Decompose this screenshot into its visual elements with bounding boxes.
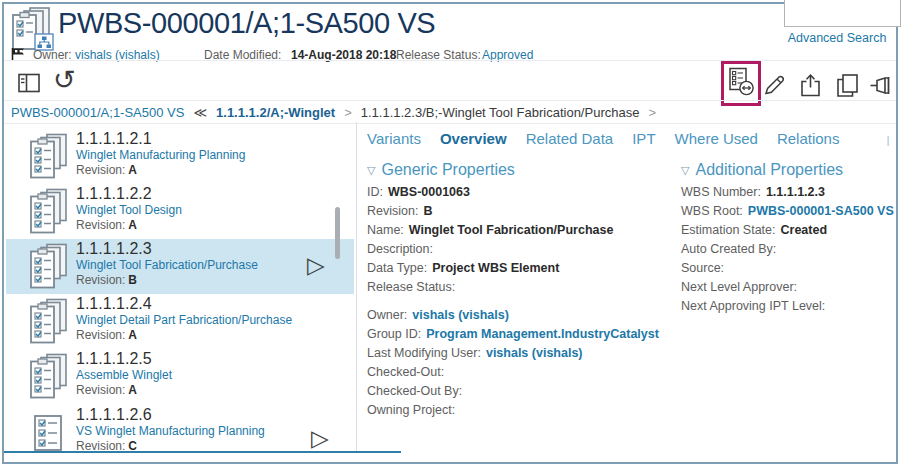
property-value: Winglet Tool Fabrication/Purchase <box>409 223 614 237</box>
revision-label: Revision: <box>76 328 125 342</box>
property-label: Data Type: <box>367 261 427 275</box>
property-row: Data Type:Project WBS Element <box>367 261 559 275</box>
share-upload-icon[interactable] <box>799 73 822 101</box>
list-item-selected[interactable]: 1.1.1.1.2.3 Winglet Tool Fabrication/Pur… <box>6 239 354 294</box>
property-label: Next Level Approver: <box>681 280 797 294</box>
revision-value: B <box>128 273 137 287</box>
wbs-flat-icon <box>33 414 63 456</box>
property-label: WBS Root: <box>681 204 743 218</box>
panel-divider <box>356 122 357 451</box>
property-row: Checked-Out: <box>367 365 449 379</box>
property-label: Revision: <box>367 204 418 218</box>
tab-variants[interactable]: Variants <box>367 130 421 147</box>
property-label: Next Approving IPT Level: <box>681 299 825 313</box>
item-number: 1.1.1.1.2.3 <box>76 240 258 258</box>
wbs-stack-icon <box>28 188 70 240</box>
search-input[interactable] <box>784 0 901 27</box>
property-label: Owner: <box>367 308 407 322</box>
property-label: Estimation State: <box>681 223 776 237</box>
property-label: Name: <box>367 223 404 237</box>
property-value-link[interactable]: vishals (vishals) <box>486 346 583 360</box>
tab-where-used[interactable]: Where Used <box>675 130 758 147</box>
property-label: Checked-Out By: <box>367 384 462 398</box>
property-row: Estimation State:Created <box>681 223 827 237</box>
property-row: Owning Project: <box>367 403 460 417</box>
wbs-sync-icon[interactable] <box>728 67 755 100</box>
wbs-stack-icon <box>28 298 70 350</box>
breadcrumb-parent[interactable]: 1.1.1.1.2/A;-Winglet <box>216 105 335 120</box>
panel-layout-icon[interactable] <box>18 73 40 97</box>
item-number: 1.1.1.1.2.4 <box>76 295 292 313</box>
item-name-link[interactable]: Winglet Manufacturing Planning <box>76 148 245 163</box>
item-name-link[interactable]: Winglet Detail Part Fabrication/Purchase <box>76 313 292 328</box>
section-title: Generic Properties <box>381 161 514 179</box>
property-row: Owner:vishals (vishals) <box>367 308 509 322</box>
list-item[interactable]: 1.1.1.1.2.1 Winglet Manufacturing Planni… <box>6 129 354 184</box>
refresh-icon[interactable] <box>53 68 76 93</box>
property-label: Auto Created By: <box>681 242 776 256</box>
property-label: ID: <box>367 185 383 199</box>
property-row: Next Approving IPT Level: <box>681 299 830 313</box>
property-row: WBS Number:1.1.1.1.2.3 <box>681 185 825 199</box>
pin-icon[interactable] <box>869 73 894 102</box>
item-number: 1.1.1.1.2.1 <box>76 130 245 148</box>
property-row: Last Modifying User:vishals (vishals) <box>367 346 583 360</box>
property-row: Group ID:Program Management.IndustryCata… <box>367 327 659 341</box>
wbs-stack-icon <box>28 353 70 405</box>
revision-label: Revision: <box>76 218 125 232</box>
property-value-link[interactable]: PWBS-000001-SA500 VS <box>748 204 894 218</box>
property-value-link[interactable]: vishals (vishals) <box>412 308 509 322</box>
property-label: Owning Project: <box>367 403 455 417</box>
tab-clipped-fragment: I <box>886 132 890 149</box>
property-label: Source: <box>681 261 724 275</box>
property-label: Checked-Out: <box>367 365 444 379</box>
wbs-stack-icon <box>28 243 70 295</box>
copy-icon[interactable] <box>835 73 860 102</box>
breadcrumb-chevron: > <box>648 105 656 120</box>
tab-relations[interactable]: Relations <box>777 130 840 147</box>
additional-properties-header[interactable]: Additional Properties <box>681 161 843 179</box>
list-item[interactable]: 1.1.1.1.2.5 Assemble Winglet Revision:A <box>6 349 354 404</box>
property-label: WBS Number: <box>681 185 761 199</box>
property-row: Source: <box>681 261 729 275</box>
property-row: Next Level Approver: <box>681 280 802 294</box>
breadcrumb-current[interactable]: 1.1.1.1.2.3/B;-Winglet Tool Fabrication/… <box>361 105 640 120</box>
page-title: PWBS-000001/A;1-SA500 VS <box>58 7 435 40</box>
property-label: Description: <box>367 242 433 256</box>
flag-icon <box>11 47 26 65</box>
breadcrumb-chevron: > <box>344 105 352 120</box>
property-value: Created <box>781 223 828 237</box>
item-number: 1.1.1.1.2.2 <box>76 185 182 203</box>
list-item[interactable]: 1.1.1.1.2.4 Winglet Detail Part Fabricat… <box>6 294 354 349</box>
expand-arrow-icon[interactable] <box>307 252 325 279</box>
item-name-link[interactable]: Winglet Tool Design <box>76 203 182 218</box>
collapse-triangle-icon <box>367 165 375 176</box>
advanced-search-link[interactable]: Advanced Search <box>778 31 896 45</box>
property-value: WBS-0001063 <box>388 185 470 199</box>
tab-overview[interactable]: Overview <box>440 130 507 147</box>
item-number: 1.1.1.1.2.6 <box>76 406 265 424</box>
revision-value: A <box>128 383 137 397</box>
property-label: Release Status: <box>367 280 455 294</box>
property-label: Group ID: <box>367 327 421 341</box>
property-row: Auto Created By: <box>681 242 781 256</box>
list-item[interactable]: 1.1.1.1.2.2 Winglet Tool Design Revision… <box>6 184 354 239</box>
breadcrumb: PWBS-000001/A;1-SA500 VS ≪ 1.1.1.1.2/A;-… <box>11 105 656 120</box>
list-scrollbar-thumb[interactable] <box>335 207 340 259</box>
generic-properties-header[interactable]: Generic Properties <box>367 161 515 179</box>
property-row: Description: <box>367 242 438 256</box>
property-value: Project WBS Element <box>432 261 559 275</box>
tab-related-data[interactable]: Related Data <box>526 130 614 147</box>
wbs-stack-icon <box>28 133 70 185</box>
expand-arrow-icon[interactable] <box>311 425 329 452</box>
item-name-link[interactable]: VS Winglet Manufacturing Planning <box>76 424 265 439</box>
item-name-link[interactable]: Assemble Winglet <box>76 368 172 383</box>
pencil-edit-icon[interactable] <box>763 73 786 100</box>
property-value-link[interactable]: Program Management.IndustryCatalyst <box>426 327 659 341</box>
property-row: Revision:B <box>367 204 432 218</box>
property-label: Last Modifying User: <box>367 346 481 360</box>
collapse-triangle-icon <box>681 165 689 176</box>
tab-ipt[interactable]: IPT <box>632 130 655 147</box>
item-name-link[interactable]: Winglet Tool Fabrication/Purchase <box>76 258 258 273</box>
breadcrumb-root[interactable]: PWBS-000001/A;1-SA500 VS <box>11 105 184 120</box>
